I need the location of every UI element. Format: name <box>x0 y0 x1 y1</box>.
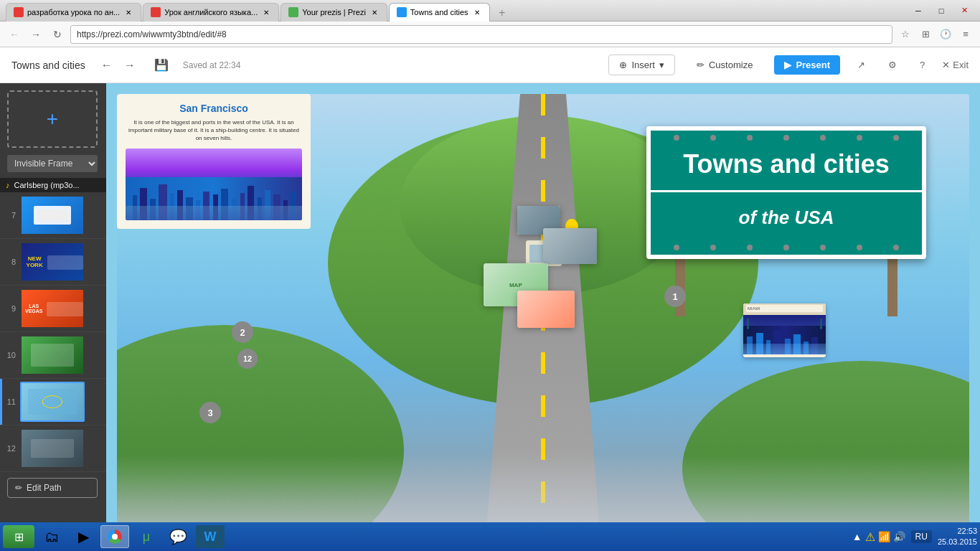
canvas-area[interactable]: MAP MIAMI <box>106 83 980 551</box>
tab-1[interactable]: разработка урока по ан... ✕ <box>6 3 141 22</box>
road-sign: Towns and cities of the USA <box>646 126 926 316</box>
music-icon: ♪ <box>6 181 10 189</box>
maximize-button[interactable]: □ <box>931 4 951 18</box>
tab-2[interactable]: Урок английского языка... ✕ <box>143 3 279 22</box>
pencil-icon: ✏ <box>697 60 705 70</box>
slide-number-8: 8 <box>4 258 16 266</box>
sign-posts <box>646 259 926 316</box>
forward-button[interactable]: → <box>27 26 44 43</box>
gear-icon: ⚙ <box>888 60 897 70</box>
frame-type-selector[interactable]: Invisible Frame Bracket Frame Circle Fra… <box>7 155 98 172</box>
sign-dot-b7 <box>893 245 899 250</box>
back-button[interactable]: ← <box>6 26 23 43</box>
slide-item-7[interactable]: 7 <box>0 192 106 239</box>
language-selector[interactable]: RU <box>911 530 932 543</box>
close-button[interactable]: ✕ <box>954 4 974 18</box>
edit-path-icon: ✏ <box>15 483 22 493</box>
menu-icon[interactable]: ≡ <box>957 26 974 43</box>
clock-icon[interactable]: 🕐 <box>937 26 954 43</box>
slide-item-10[interactable]: 10 <box>0 332 106 379</box>
sign-board: Towns and cities of the USA <box>646 126 926 259</box>
customize-button[interactable]: ✏ Customize <box>687 55 763 75</box>
slide-thumbnail-8: NEW YORK <box>20 242 85 282</box>
tab-1-label: разработка урока по ан... <box>27 8 120 17</box>
insert-icon: ⊕ <box>619 60 627 70</box>
sign-dot-b2 <box>710 245 716 250</box>
edit-path-button[interactable]: ✏ Edit Path <box>7 478 98 498</box>
address-input[interactable] <box>70 25 892 44</box>
sign-dot-b1 <box>674 245 679 250</box>
new-tab-button[interactable]: + <box>491 4 513 22</box>
header-nav: ← → <box>97 55 140 75</box>
save-button[interactable]: 💾 <box>151 55 171 75</box>
slide-item-8[interactable]: 8 NEW YORK <box>0 239 106 286</box>
taskbar-player[interactable]: ▶ <box>69 525 98 548</box>
current-indicator <box>0 379 2 425</box>
sf-card-text: It is one of the biggest and ports in th… <box>126 118 302 143</box>
sf-card-title: San Francisco <box>126 103 302 114</box>
sign-dots-top <box>651 131 922 142</box>
taskbar-up-arrow[interactable]: ▲ <box>852 531 862 542</box>
sf-card[interactable]: San Francisco It is one of the biggest a… <box>117 94 311 229</box>
edit-path-label: Edit Path <box>27 483 62 493</box>
extensions-icon[interactable]: ⊞ <box>917 26 934 43</box>
taskbar: ⊞ 🗂 ▶ μ 💬 W ▲ ⚠ 📶 🔊 RU 22:53 25.03.2015 <box>0 522 980 551</box>
browser-chrome: разработка урока по ан... ✕ Урок английс… <box>0 0 980 47</box>
clock-date: 25.03.2015 <box>938 537 977 547</box>
tab-1-close[interactable]: ✕ <box>123 7 133 17</box>
tab-3[interactable]: Your prezis | Prezi ✕ <box>281 3 387 22</box>
exit-button[interactable]: ✕ Exit <box>942 60 969 70</box>
slide-item-9[interactable]: 9 LAS VEGAS <box>0 286 106 332</box>
share-icon: ↗ <box>857 60 865 70</box>
taskbar-word[interactable]: W <box>196 525 225 548</box>
slide-thumbnail-9: LAS VEGAS <box>20 288 85 329</box>
slide-item-11[interactable]: 11 <box>0 379 106 425</box>
sign-dot-2 <box>710 135 716 141</box>
prezi-canvas: MAP MIAMI <box>117 94 969 540</box>
taskbar-volume-icon[interactable]: 🔊 <box>893 531 905 542</box>
photo-card-mid-top[interactable] <box>543 228 597 264</box>
tab-1-favicon <box>14 7 24 17</box>
path-number-3[interactable]: 3 <box>199 402 221 423</box>
play-icon: ▶ <box>784 60 791 70</box>
slide-item-12[interactable]: 12 <box>0 425 106 472</box>
slide-number-9: 9 <box>4 304 16 313</box>
start-button[interactable]: ⊞ <box>3 525 34 548</box>
customize-label: Customize <box>709 60 753 70</box>
browser-toolbar-icons: ☆ ⊞ 🕐 ≡ <box>897 26 974 43</box>
tab-2-close[interactable]: ✕ <box>261 7 271 17</box>
slide-thumbnail-7 <box>20 195 85 235</box>
slide-thumbnail-11 <box>20 382 85 422</box>
redo-button[interactable]: → <box>120 55 140 75</box>
taskbar-explorer[interactable]: 🗂 <box>37 525 66 548</box>
sign-dot-3 <box>747 135 753 141</box>
taskbar-chrome[interactable] <box>100 525 129 548</box>
app-title: Towns and cities <box>11 60 85 71</box>
share-button[interactable]: ↗ <box>852 55 871 75</box>
taskbar-torrent[interactable]: μ <box>132 525 161 548</box>
insert-button[interactable]: ⊕ Insert ▾ <box>608 55 675 75</box>
undo-button[interactable]: ← <box>97 55 117 75</box>
taskbar-system-icons: ▲ ⚠ 📶 🔊 <box>852 530 905 544</box>
insert-label: Insert <box>631 60 655 70</box>
path-number-12[interactable]: 12 <box>237 349 258 369</box>
add-frame-button[interactable]: + <box>7 90 98 148</box>
help-icon: ? <box>920 60 925 70</box>
tab-4[interactable]: Towns and cities ✕ <box>389 3 490 22</box>
exit-label: Exit <box>953 60 969 70</box>
present-button[interactable]: ▶ Present <box>774 55 840 75</box>
taskbar-skype[interactable]: 💬 <box>164 525 193 548</box>
photo-card-lower[interactable] <box>517 291 575 328</box>
tab-bar: разработка урока по ан... ✕ Урок английс… <box>6 0 908 22</box>
tab-4-close[interactable]: ✕ <box>472 7 482 17</box>
bookmark-star-icon[interactable]: ☆ <box>897 26 914 43</box>
settings-button[interactable]: ⚙ <box>882 55 903 75</box>
sf-card-image <box>126 149 302 220</box>
music-label: Carlsberg (mp3o... <box>14 181 80 189</box>
sidebar: + Invisible Frame Bracket Frame Circle F… <box>0 83 106 551</box>
help-button[interactable]: ? <box>914 55 930 75</box>
reload-button[interactable]: ↻ <box>49 26 66 43</box>
tab-3-close[interactable]: ✕ <box>369 7 380 17</box>
minimize-button[interactable]: ─ <box>908 4 928 18</box>
sign-dot-4 <box>783 135 789 141</box>
